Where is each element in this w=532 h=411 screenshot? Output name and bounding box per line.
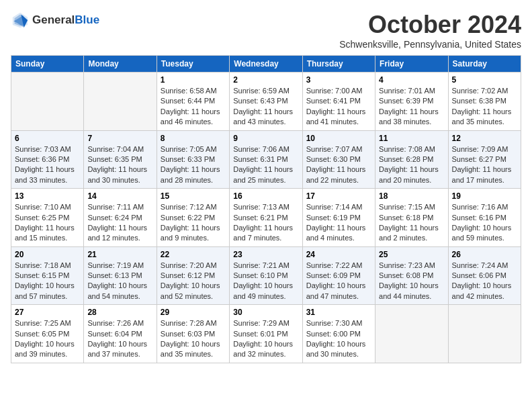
logo: GeneralBlue — [11, 11, 99, 30]
day-info: Sunrise: 7:11 AMSunset: 6:24 PMDaylight:… — [87, 202, 152, 244]
day-number: 30 — [233, 308, 298, 317]
day-info: Sunrise: 6:58 AMSunset: 6:44 PMDaylight:… — [161, 86, 226, 128]
day-info: Sunrise: 7:26 AMSunset: 6:04 PMDaylight:… — [87, 318, 152, 360]
day-number: 27 — [15, 308, 80, 317]
calendar-cell: 21Sunrise: 7:19 AMSunset: 6:13 PMDayligh… — [84, 246, 157, 305]
calendar-cell: 18Sunrise: 7:15 AMSunset: 6:18 PMDayligh… — [375, 189, 448, 247]
calendar-cell: 1Sunrise: 6:58 AMSunset: 6:44 PMDaylight… — [157, 73, 229, 131]
weekday-header-tuesday: Tuesday — [157, 56, 229, 73]
calendar-cell: 2Sunrise: 6:59 AMSunset: 6:43 PMDaylight… — [230, 73, 302, 131]
day-number: 5 — [452, 75, 517, 85]
day-info: Sunrise: 6:59 AMSunset: 6:43 PMDaylight:… — [233, 86, 298, 128]
day-info: Sunrise: 7:00 AMSunset: 6:41 PMDaylight:… — [306, 86, 371, 128]
calendar-cell: 6Sunrise: 7:03 AMSunset: 6:36 PMDaylight… — [11, 130, 84, 189]
calendar-table: SundayMondayTuesdayWednesdayThursdayFrid… — [11, 55, 521, 363]
day-info: Sunrise: 7:21 AMSunset: 6:10 PMDaylight:… — [233, 261, 298, 302]
calendar-cell: 4Sunrise: 7:01 AMSunset: 6:39 PMDaylight… — [375, 73, 448, 131]
day-number: 1 — [161, 75, 226, 85]
calendar-cell: 5Sunrise: 7:02 AMSunset: 6:38 PMDaylight… — [448, 73, 521, 131]
calendar-cell: 8Sunrise: 7:05 AMSunset: 6:33 PMDaylight… — [157, 130, 229, 189]
day-number: 24 — [306, 250, 371, 259]
day-number: 29 — [161, 308, 226, 317]
day-number: 7 — [87, 134, 152, 143]
calendar-cell: 19Sunrise: 7:16 AMSunset: 6:16 PMDayligh… — [448, 189, 521, 247]
calendar-cell: 20Sunrise: 7:18 AMSunset: 6:15 PMDayligh… — [11, 246, 84, 305]
day-number: 31 — [306, 308, 371, 317]
day-number: 25 — [379, 250, 444, 259]
day-info: Sunrise: 7:18 AMSunset: 6:15 PMDaylight:… — [15, 261, 80, 302]
weekday-header-saturday: Saturday — [448, 56, 521, 73]
day-number: 17 — [306, 191, 371, 201]
calendar-cell: 11Sunrise: 7:08 AMSunset: 6:28 PMDayligh… — [375, 130, 448, 189]
weekday-header-sunday: Sunday — [11, 56, 84, 73]
calendar-cell — [448, 305, 521, 363]
day-info: Sunrise: 7:30 AMSunset: 6:00 PMDaylight:… — [306, 318, 371, 360]
calendar-cell: 23Sunrise: 7:21 AMSunset: 6:10 PMDayligh… — [230, 246, 302, 305]
day-info: Sunrise: 7:05 AMSunset: 6:33 PMDaylight:… — [161, 144, 226, 186]
calendar-cell: 30Sunrise: 7:29 AMSunset: 6:01 PMDayligh… — [230, 305, 302, 363]
day-number: 22 — [161, 250, 226, 259]
day-info: Sunrise: 7:16 AMSunset: 6:16 PMDaylight:… — [452, 202, 517, 244]
calendar-cell: 29Sunrise: 7:28 AMSunset: 6:03 PMDayligh… — [157, 305, 229, 363]
calendar-cell — [84, 73, 157, 131]
day-number: 15 — [161, 191, 226, 201]
day-number: 13 — [15, 191, 80, 201]
calendar-cell — [11, 73, 84, 131]
calendar-cell: 24Sunrise: 7:22 AMSunset: 6:09 PMDayligh… — [302, 246, 375, 305]
calendar-cell: 13Sunrise: 7:10 AMSunset: 6:25 PMDayligh… — [11, 189, 84, 247]
day-number: 19 — [452, 191, 517, 201]
day-number: 14 — [87, 191, 152, 201]
day-number: 12 — [452, 134, 517, 143]
calendar-week-row: 27Sunrise: 7:25 AMSunset: 6:05 PMDayligh… — [11, 305, 521, 363]
calendar-cell: 28Sunrise: 7:26 AMSunset: 6:04 PMDayligh… — [84, 305, 157, 363]
weekday-header-monday: Monday — [84, 56, 157, 73]
calendar-week-row: 20Sunrise: 7:18 AMSunset: 6:15 PMDayligh… — [11, 246, 521, 305]
day-info: Sunrise: 7:24 AMSunset: 6:06 PMDaylight:… — [452, 261, 517, 302]
calendar-cell: 9Sunrise: 7:06 AMSunset: 6:31 PMDaylight… — [230, 130, 302, 189]
calendar-cell: 3Sunrise: 7:00 AMSunset: 6:41 PMDaylight… — [302, 73, 375, 131]
day-info: Sunrise: 7:23 AMSunset: 6:08 PMDaylight:… — [379, 261, 444, 302]
day-info: Sunrise: 7:02 AMSunset: 6:38 PMDaylight:… — [452, 86, 517, 128]
day-number: 28 — [87, 308, 152, 317]
calendar-cell: 16Sunrise: 7:13 AMSunset: 6:21 PMDayligh… — [230, 189, 302, 247]
day-info: Sunrise: 7:08 AMSunset: 6:28 PMDaylight:… — [379, 144, 444, 186]
day-info: Sunrise: 7:19 AMSunset: 6:13 PMDaylight:… — [87, 261, 152, 302]
calendar-cell: 10Sunrise: 7:07 AMSunset: 6:30 PMDayligh… — [302, 130, 375, 189]
day-number: 23 — [233, 250, 298, 259]
day-info: Sunrise: 7:28 AMSunset: 6:03 PMDaylight:… — [161, 318, 226, 360]
calendar-week-row: 6Sunrise: 7:03 AMSunset: 6:36 PMDaylight… — [11, 130, 521, 189]
day-info: Sunrise: 7:14 AMSunset: 6:19 PMDaylight:… — [306, 202, 371, 244]
weekday-header-friday: Friday — [375, 56, 448, 73]
day-number: 20 — [15, 250, 80, 259]
day-info: Sunrise: 7:13 AMSunset: 6:21 PMDaylight:… — [233, 202, 298, 244]
calendar-cell: 12Sunrise: 7:09 AMSunset: 6:27 PMDayligh… — [448, 130, 521, 189]
location-subtitle: Schwenksville, Pennsylvania, United Stat… — [339, 39, 521, 50]
day-number: 18 — [379, 191, 444, 201]
weekday-header-thursday: Thursday — [302, 56, 375, 73]
day-number: 26 — [452, 250, 517, 259]
day-number: 21 — [87, 250, 152, 259]
day-info: Sunrise: 7:10 AMSunset: 6:25 PMDaylight:… — [15, 202, 80, 244]
day-number: 11 — [379, 134, 444, 143]
calendar-cell — [375, 305, 448, 363]
day-info: Sunrise: 7:04 AMSunset: 6:35 PMDaylight:… — [87, 144, 152, 186]
day-number: 4 — [379, 75, 444, 85]
logo-text: GeneralBlue — [32, 14, 99, 27]
title-block: October 2024 Schwenksville, Pennsylvania… — [339, 11, 521, 50]
day-number: 10 — [306, 134, 371, 143]
day-info: Sunrise: 7:25 AMSunset: 6:05 PMDaylight:… — [15, 318, 80, 360]
month-title: October 2024 — [339, 11, 521, 39]
weekday-header-wednesday: Wednesday — [230, 56, 302, 73]
day-number: 6 — [15, 134, 80, 143]
day-info: Sunrise: 7:15 AMSunset: 6:18 PMDaylight:… — [379, 202, 444, 244]
day-number: 9 — [233, 134, 298, 143]
calendar-cell: 27Sunrise: 7:25 AMSunset: 6:05 PMDayligh… — [11, 305, 84, 363]
day-info: Sunrise: 7:22 AMSunset: 6:09 PMDaylight:… — [306, 261, 371, 302]
day-number: 2 — [233, 75, 298, 85]
weekday-header-row: SundayMondayTuesdayWednesdayThursdayFrid… — [11, 56, 521, 73]
day-info: Sunrise: 7:20 AMSunset: 6:12 PMDaylight:… — [161, 261, 226, 302]
day-info: Sunrise: 7:29 AMSunset: 6:01 PMDaylight:… — [233, 318, 298, 360]
day-info: Sunrise: 7:07 AMSunset: 6:30 PMDaylight:… — [306, 144, 371, 186]
logo-icon — [11, 11, 30, 30]
calendar-cell: 25Sunrise: 7:23 AMSunset: 6:08 PMDayligh… — [375, 246, 448, 305]
